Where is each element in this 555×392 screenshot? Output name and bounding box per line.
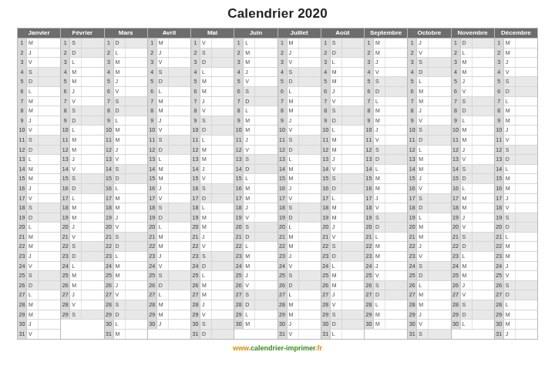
day-number: 27 xyxy=(105,290,114,300)
day-note-space xyxy=(81,252,103,261)
day-cell: 9D xyxy=(321,116,364,126)
day-of-week: S xyxy=(417,262,428,271)
day-note-space xyxy=(341,262,364,271)
day-number: 5 xyxy=(365,77,374,86)
day-note-space xyxy=(472,242,494,251)
day-of-week: L xyxy=(504,165,515,174)
day-of-week: S xyxy=(27,68,38,77)
day-number: 7 xyxy=(191,97,200,106)
day-note-space xyxy=(515,116,537,126)
day-cell: 8M xyxy=(18,106,60,116)
day-cell: 7S xyxy=(105,97,147,107)
day-of-week: M xyxy=(244,320,254,329)
day-note-space xyxy=(168,49,190,58)
day-number: 15 xyxy=(105,174,114,183)
day-of-week: L xyxy=(504,97,515,106)
day-of-week: M xyxy=(288,39,298,48)
day-note-space xyxy=(298,233,321,242)
day-note-space xyxy=(125,203,147,213)
day-cell: 28L xyxy=(495,300,537,310)
day-cell: 21V xyxy=(321,233,364,243)
day-cell: 8S xyxy=(321,106,364,116)
day-number: 5 xyxy=(105,77,114,86)
day-of-week: D xyxy=(374,223,385,232)
day-cell: 10V xyxy=(148,126,190,136)
day-note-space xyxy=(472,58,494,67)
day-of-week: L xyxy=(244,39,254,48)
day-cell: 1M xyxy=(18,39,60,49)
day-number: 31 xyxy=(408,330,417,340)
day-cell: 17V xyxy=(278,194,321,204)
day-note-space xyxy=(428,97,450,106)
day-number xyxy=(365,330,374,340)
day-of-week: V xyxy=(70,97,81,106)
day-of-week: L xyxy=(244,310,254,320)
day-note-space xyxy=(211,262,234,271)
day-note-space xyxy=(38,116,60,126)
day-note-space xyxy=(341,213,364,223)
day-of-week: J xyxy=(504,262,515,271)
day-note-space xyxy=(38,174,60,183)
day-of-week: M xyxy=(200,290,211,300)
day-cell: 17L xyxy=(61,194,103,204)
day-of-week: J xyxy=(331,155,341,164)
day-of-week: M xyxy=(27,233,38,242)
day-number: 17 xyxy=(321,194,331,203)
day-of-week: L xyxy=(417,77,428,86)
day-number: 4 xyxy=(278,68,288,77)
day-number: 25 xyxy=(408,271,417,280)
day-note-space xyxy=(38,126,60,135)
day-cell: 11S xyxy=(18,136,60,146)
day-note-space xyxy=(125,116,147,126)
day-of-week: S xyxy=(374,146,385,155)
day-note-space xyxy=(254,213,277,223)
day-note-space xyxy=(341,126,364,135)
day-number: 28 xyxy=(148,300,157,310)
day-cell: 2S xyxy=(191,49,234,59)
day-number: 2 xyxy=(495,49,504,58)
day-note-space xyxy=(211,242,234,251)
day-note-space xyxy=(385,194,407,203)
day-note-space xyxy=(385,146,407,155)
day-of-week: V xyxy=(331,300,341,310)
day-cell: 9J xyxy=(18,116,60,126)
day-cell: 4M xyxy=(61,68,103,78)
day-of-week: M xyxy=(461,68,472,77)
day-note-space xyxy=(515,68,537,77)
day-note-space xyxy=(341,203,364,213)
day-of-week: J xyxy=(461,77,472,86)
day-cell: 29L xyxy=(234,310,277,320)
day-number: 19 xyxy=(18,213,27,223)
day-cell: 2M xyxy=(365,49,407,59)
day-of-week: J xyxy=(157,320,168,329)
day-number: 31 xyxy=(18,330,27,340)
day-note-space xyxy=(428,39,450,48)
day-cell: 1D xyxy=(105,39,147,49)
day-cell: 31L xyxy=(321,330,364,340)
day-note-space xyxy=(168,146,190,155)
day-number: 22 xyxy=(452,242,461,251)
day-note-space xyxy=(385,97,407,106)
day-number: 10 xyxy=(278,126,288,135)
day-of-week: L xyxy=(288,290,298,300)
day-cell: 9D xyxy=(61,116,103,126)
day-of-week: L xyxy=(157,223,168,232)
day-of-week xyxy=(374,330,385,340)
day-of-week: V xyxy=(374,271,385,280)
day-number: 4 xyxy=(105,68,114,77)
day-cell: 14M xyxy=(148,165,190,175)
day-cell: 10V xyxy=(278,126,321,136)
day-note-space xyxy=(254,320,277,329)
day-of-week: S xyxy=(504,213,515,223)
day-cell: 21L xyxy=(365,233,407,243)
day-number: 7 xyxy=(234,97,244,106)
day-note-space xyxy=(385,106,407,116)
day-cell: 14V xyxy=(321,165,364,175)
day-note-space xyxy=(385,49,407,58)
day-number: 2 xyxy=(105,49,114,58)
day-cell: 23L xyxy=(452,252,494,262)
day-of-week: L xyxy=(157,290,168,300)
day-number: 26 xyxy=(18,281,27,290)
day-note-space xyxy=(125,310,147,320)
day-note-space xyxy=(428,300,450,310)
